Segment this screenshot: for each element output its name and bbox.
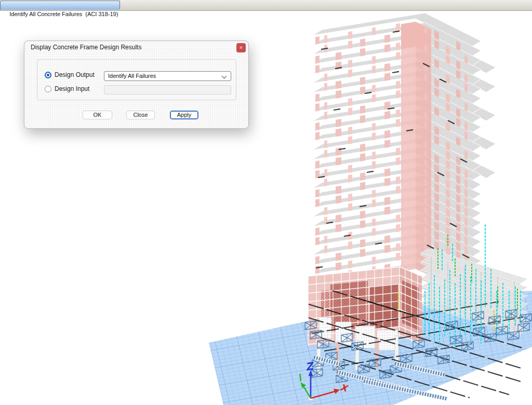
design-output-label: Design Output (55, 71, 95, 78)
apply-button[interactable]: Apply (170, 111, 198, 119)
display-design-results-dialog: Display Concrete Frame Design Results ✕ … (24, 40, 249, 129)
axis-y-tick (300, 374, 301, 381)
design-input-label: Design Input (55, 85, 89, 92)
view-tab[interactable]: Identify All Concrete Failures (ACI 318-… (0, 1, 120, 10)
tower-model (313, 13, 496, 295)
ok-button[interactable]: OK (83, 111, 112, 119)
close-button[interactable]: Close (126, 111, 155, 119)
close-icon[interactable]: ✕ (236, 43, 246, 52)
design-output-radio[interactable] (45, 72, 51, 78)
design-output-dropdown[interactable]: Identify All Failures (104, 71, 231, 81)
window-tab-bar: Identify All Concrete Failures (ACI 318-… (0, 0, 532, 11)
design-input-field (104, 85, 231, 95)
view-tab-label: Identify All Concrete Failures (ACI 318-… (9, 11, 118, 17)
design-output-dropdown-value: Identify All Failures (108, 73, 156, 79)
dialog-title: Display Concrete Frame Design Results (31, 41, 141, 54)
chevron-down-icon (222, 74, 227, 79)
design-input-radio[interactable] (45, 86, 51, 92)
